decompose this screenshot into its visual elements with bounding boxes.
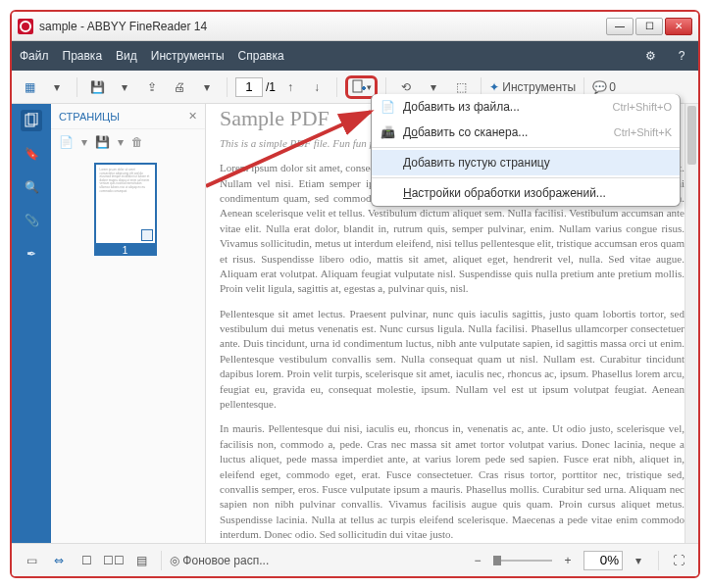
window-title: sample - ABBYY FineReader 14	[39, 20, 606, 33]
layout-1-icon[interactable]: ☐	[75, 549, 98, 572]
panel-save-dd[interactable]: ▾	[118, 135, 124, 149]
panel-close-icon[interactable]: ✕	[188, 110, 197, 122]
panel-add-dd[interactable]: ▾	[81, 135, 87, 149]
dropdown-add-from-file[interactable]: 📄 ДДобавить из файла...обавить из файла.…	[372, 94, 680, 120]
zoom-slider[interactable]	[493, 549, 552, 572]
page-total: /1	[266, 80, 276, 94]
dropdown-add-from-scanner[interactable]: 📠 Добавить со сканера... Ctrl+Shift+K	[372, 120, 680, 145]
scanner-icon: 📠	[380, 125, 395, 139]
settings-icon[interactable]: ⚙	[641, 47, 659, 65]
save-button[interactable]: 💾	[85, 75, 109, 99]
maximize-button[interactable]: ☐	[635, 18, 663, 35]
layout-3-icon[interactable]: ▤	[129, 549, 153, 572]
export-button[interactable]: ⇪	[140, 75, 164, 99]
bottom-toolbar: ▭ ⇔ ☐ ☐☐ ▤ ◎ Фоновое расп... − + ▾ ⛶	[12, 543, 698, 576]
print-dd[interactable]: ▾	[195, 75, 219, 99]
vertical-scrollbar[interactable]	[685, 104, 698, 543]
panel-delete-icon[interactable]: 🗑	[131, 135, 143, 149]
fit-page-icon[interactable]: ▭	[20, 549, 43, 572]
minimize-button[interactable]: —	[606, 18, 634, 35]
dropdown-add-blank-page[interactable]: Добавить пустую страницу	[372, 150, 680, 175]
fit-width-icon[interactable]: ⇔	[47, 549, 71, 572]
panel-save-icon[interactable]: 💾	[95, 135, 110, 149]
menu-edit[interactable]: Правка	[63, 49, 103, 63]
page-up-button[interactable]: ↑	[279, 75, 302, 99]
zoom-out-button[interactable]: −	[466, 549, 489, 572]
menu-view[interactable]: Вид	[116, 49, 137, 63]
signatures-tab-icon[interactable]: ✒	[21, 243, 42, 265]
doc-paragraph: In mauris. Pellentesque dui nisi, iaculi…	[220, 421, 685, 542]
add-page-dropdown: 📄 ДДобавить из файла...обавить из файла.…	[371, 94, 681, 207]
doc-paragraph: Pellentesque sit amet lectus. Praesent p…	[220, 307, 685, 413]
svg-rect-0	[353, 80, 362, 92]
new-doc-button[interactable]: ▦	[18, 75, 41, 99]
page-current-input[interactable]	[235, 77, 263, 97]
app-icon	[18, 19, 33, 34]
add-file-icon: 📄	[380, 100, 395, 114]
new-doc-dd[interactable]: ▾	[45, 75, 69, 99]
zoom-in-button[interactable]: +	[556, 549, 580, 572]
attachments-tab-icon[interactable]: 📎	[21, 210, 42, 231]
background-ocr-button[interactable]: ◎ Фоновое расп...	[170, 549, 269, 572]
page-down-button[interactable]: ↓	[305, 75, 329, 99]
panel-add-icon[interactable]: 📄	[59, 135, 74, 149]
zoom-dd[interactable]: ▾	[627, 549, 650, 572]
pages-panel: СТРАНИЦЫ ✕ 📄 ▾ 💾 ▾ 🗑 Lorem ipsum dolor s…	[51, 104, 206, 543]
close-button[interactable]: ✕	[665, 18, 692, 35]
panel-title: СТРАНИЦЫ	[59, 111, 120, 122]
menu-help[interactable]: Справка	[238, 49, 284, 63]
menubar: Файл Правка Вид Инструменты Справка ⚙ ?	[12, 41, 698, 71]
menu-tools[interactable]: Инструменты	[151, 49, 225, 63]
page-thumbnail[interactable]: Lorem ipsum dolor sit amet consectetur a…	[94, 163, 163, 256]
pages-tab-icon[interactable]	[21, 110, 42, 131]
dropdown-image-settings[interactable]: Настройки обработки изображений...	[372, 180, 680, 206]
print-button[interactable]: 🖨	[168, 75, 191, 99]
layout-2-icon[interactable]: ☐☐	[102, 549, 126, 572]
fullscreen-icon[interactable]: ⛶	[667, 549, 690, 572]
search-tab-icon[interactable]: 🔍	[21, 176, 42, 198]
left-sidebar: 🔖 🔍 📎 ✒	[12, 104, 51, 543]
zoom-input[interactable]	[583, 551, 623, 570]
help-icon[interactable]: ?	[673, 47, 690, 65]
titlebar: sample - ABBYY FineReader 14 — ☐ ✕	[12, 12, 698, 41]
save-dd[interactable]: ▾	[113, 75, 136, 99]
bookmarks-tab-icon[interactable]: 🔖	[21, 143, 42, 165]
menu-file[interactable]: Файл	[20, 49, 49, 63]
